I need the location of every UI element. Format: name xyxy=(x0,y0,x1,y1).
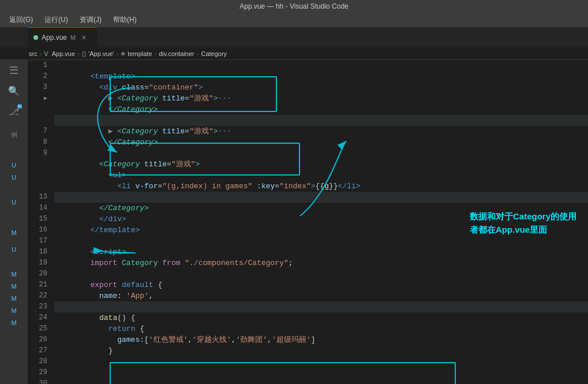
code-line-18: </ul> xyxy=(54,181,588,192)
code-line-1: <template> xyxy=(54,60,588,71)
line-num-2: 2 xyxy=(28,71,47,82)
line-num-27: 27 xyxy=(28,345,47,356)
code-line-28: components: { Category }, xyxy=(54,290,588,301)
line-num-29: 29 xyxy=(28,367,47,378)
code-line-29: data() { xyxy=(54,301,588,312)
tab-bar: App.vue M × xyxy=(0,27,588,47)
code-line-16: <ul> xyxy=(54,159,588,170)
menu-bar: 返回(G) 运行(U) 资调(J) 帮助(H) xyxy=(0,13,588,27)
activity-bar: ☰ 🔍 ⎇ 例 例 U U U M U M M M M M xyxy=(0,60,28,384)
activity-search[interactable]: 🔍 xyxy=(6,83,22,99)
sidebar-letter-m2: M xyxy=(11,269,16,280)
code-line-30: return { xyxy=(54,312,588,323)
line-num-19: 19 xyxy=(28,258,47,269)
title-bar: App.vue — hh - Visual Studio Code xyxy=(0,0,588,13)
menu-go[interactable]: 返回(G) xyxy=(5,14,38,26)
line-num-14: 14 xyxy=(28,203,47,214)
code-line-21: </template> xyxy=(54,214,588,225)
line-numbers-gutter: 1 2 3 ▶ 7 8 9 13 14 15 16 17 18 19 20 21… xyxy=(28,60,52,384)
sidebar-letter-1: 例 xyxy=(11,129,17,140)
sidebar-letter-u1: U xyxy=(12,160,16,171)
code-line-2: <div class="container"> xyxy=(54,71,588,82)
annotation-box-data xyxy=(110,362,456,384)
breadcrumb-category: Category xyxy=(201,50,227,57)
sidebar-letter-m5: M xyxy=(11,305,16,316)
main-layout: ☰ 🔍 ⎇ 例 例 U U U M U M M M M M xyxy=(0,60,588,384)
line-num-16: 16 xyxy=(28,225,47,236)
line-num-3: 3 xyxy=(28,82,47,93)
code-line-27: name: 'App', xyxy=(54,279,588,290)
line-num-1: 1 xyxy=(28,60,47,71)
code-line-8 xyxy=(54,104,588,115)
code-line-24: import Category from "./components/Categ… xyxy=(54,247,588,258)
breadcrumb-template: template xyxy=(128,50,152,57)
breadcrumb: src › V App.vue › {} 'App.vue' › ◈ templ… xyxy=(0,47,588,60)
editor-area[interactable]: 1 2 3 ▶ 7 8 9 13 14 15 16 17 18 19 20 21… xyxy=(28,60,588,384)
code-line-26: export default { xyxy=(54,269,588,279)
sidebar-letter-m6: M xyxy=(11,318,16,329)
code-line-20: </div> xyxy=(54,203,588,214)
code-line-14 xyxy=(54,137,588,148)
window-title: App.vue — hh - Visual Studio Code xyxy=(239,2,349,10)
code-line-22 xyxy=(54,225,588,236)
code-line-7: </Category> xyxy=(54,93,588,104)
breadcrumb-src: src xyxy=(29,50,38,57)
breadcrumb-divcontainer: div.container xyxy=(159,50,194,57)
line-num-22: 22 xyxy=(28,290,47,301)
activity-source-control[interactable]: ⎇ 例 xyxy=(6,104,22,120)
code-line-9: ▶ <Category title="游戏">··· xyxy=(54,115,588,126)
line-num-20: 20 xyxy=(28,269,47,279)
code-line-3: ▶ <Category title="游戏">··· xyxy=(54,82,588,93)
breadcrumb-vue-icon: V xyxy=(44,50,48,57)
line-num-18: 18 xyxy=(28,247,47,258)
code-line-32: } xyxy=(54,334,588,345)
code-line-15: <Category title="游戏"> xyxy=(54,148,588,159)
code-line-25 xyxy=(54,258,588,269)
breadcrumb-code-icon: {} xyxy=(82,50,86,57)
activity-explorer[interactable]: ☰ xyxy=(6,62,22,79)
tab-label: App.vue xyxy=(42,33,67,42)
line-num-28: 28 xyxy=(28,356,47,367)
line-num-26: 26 xyxy=(28,334,47,345)
tab-appvue[interactable]: App.vue M × xyxy=(28,27,97,47)
line-num-9: 9 xyxy=(28,148,47,159)
line-num-21: 21 xyxy=(28,279,47,290)
code-line-31: games:['红色警戒','穿越火线','劲舞团','超级玛丽'] xyxy=(54,323,588,334)
sidebar-letter-u3: U xyxy=(12,197,16,208)
line-num-15: 15 xyxy=(28,214,47,225)
breadcrumb-appvue2: 'App.vue' xyxy=(88,50,114,57)
vue-file-icon xyxy=(33,35,38,40)
sidebar-letter-u4: U xyxy=(12,244,16,255)
line-num-13: 13 xyxy=(28,192,47,203)
code-line-19: </Category> xyxy=(54,192,588,203)
line-num-7: 7 xyxy=(28,126,47,137)
breadcrumb-template-icon: ◈ xyxy=(121,50,125,57)
line-num-17: 17 xyxy=(28,236,47,247)
menu-run[interactable]: 运行(U) xyxy=(40,14,73,26)
line-num-30: 30 xyxy=(28,378,47,384)
tab-close-button[interactable]: × xyxy=(81,33,86,42)
menu-help[interactable]: 帮助(H) xyxy=(108,14,141,26)
line-num-23: 23 xyxy=(28,301,47,312)
line-num-8: 8 xyxy=(28,137,47,148)
code-line-13: </Category> xyxy=(54,126,588,137)
sidebar-letter-m4: M xyxy=(11,293,16,304)
line-num-24: 24 xyxy=(28,312,47,323)
menu-debug[interactable]: 资调(J) xyxy=(75,14,106,26)
sidebar-letter-u2: U xyxy=(12,172,16,183)
line-num-25: 25 xyxy=(28,323,47,334)
code-content: <template> <div class="container"> ▶ <Ca… xyxy=(52,60,588,384)
sidebar-letter-m3: M xyxy=(11,281,16,292)
tab-modified-indicator: M xyxy=(70,34,76,41)
breadcrumb-appvue: App.vue xyxy=(52,50,75,57)
sidebar-letter-m1: M xyxy=(11,228,16,238)
code-line-23: <script> xyxy=(54,236,588,247)
code-line-17: <li v-for="(g,index) in games" :key="ind… xyxy=(54,170,588,181)
